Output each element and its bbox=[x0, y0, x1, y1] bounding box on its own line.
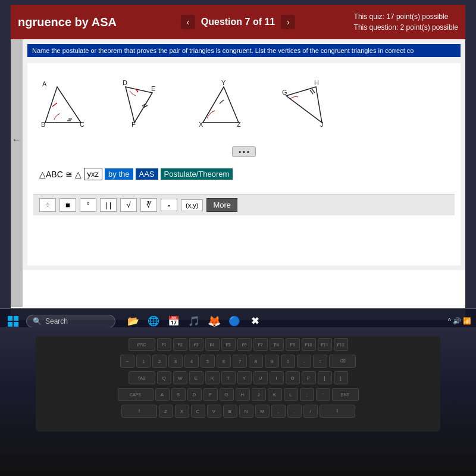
svg-text:B: B bbox=[41, 121, 45, 128]
tray-icons: ^ 🔊 📶 bbox=[448, 317, 471, 325]
key-r[interactable]: R bbox=[205, 371, 220, 384]
theorem-label[interactable]: Postulate/Theorem bbox=[161, 168, 233, 180]
key-f10[interactable]: F10 bbox=[302, 338, 316, 351]
key-t[interactable]: T bbox=[221, 371, 236, 384]
key-c[interactable]: C bbox=[191, 405, 205, 418]
keyboard: ESC F1 F2 F3 F4 F5 F6 F7 F8 F9 F10 F11 F… bbox=[36, 336, 440, 431]
key-d[interactable]: D bbox=[187, 388, 202, 401]
key-x[interactable]: X bbox=[175, 405, 189, 418]
math-btn-subscript[interactable]: ₙ bbox=[161, 199, 177, 211]
triangle-xyz: Y X Z bbox=[194, 78, 259, 134]
key-f8[interactable]: F8 bbox=[270, 338, 284, 351]
key-slash[interactable]: / bbox=[303, 405, 318, 418]
key-f5[interactable]: F5 bbox=[221, 338, 236, 351]
key-s[interactable]: S bbox=[171, 388, 186, 401]
math-btn-degree[interactable]: ° bbox=[80, 198, 96, 212]
key-j[interactable]: J bbox=[252, 388, 266, 401]
search-label: Search bbox=[45, 317, 68, 325]
main-content: A B C bbox=[27, 63, 461, 265]
math-btn-abs[interactable]: | | bbox=[100, 198, 117, 212]
key-comma[interactable]: , bbox=[271, 405, 286, 418]
key-o[interactable]: O bbox=[286, 371, 300, 384]
key-f3[interactable]: F3 bbox=[189, 338, 203, 351]
key-5[interactable]: 5 bbox=[201, 355, 215, 368]
header-bar: ngruence by ASA ‹ Question 7 of 11 › Thi… bbox=[11, 5, 465, 39]
key-9[interactable]: 9 bbox=[265, 355, 279, 368]
key-period[interactable]: . bbox=[287, 405, 302, 418]
key-w[interactable]: W bbox=[173, 371, 187, 384]
key-f[interactable]: F bbox=[203, 388, 218, 401]
key-e[interactable]: E bbox=[189, 371, 203, 384]
key-n[interactable]: N bbox=[239, 405, 253, 418]
key-f9[interactable]: F9 bbox=[286, 338, 300, 351]
key-i[interactable]: I bbox=[270, 371, 284, 384]
key-y[interactable]: Y bbox=[237, 371, 252, 384]
key-k[interactable]: K bbox=[268, 388, 282, 401]
key-1[interactable]: 1 bbox=[136, 355, 151, 368]
key-minus[interactable]: - bbox=[297, 355, 311, 368]
key-shift-right[interactable]: ⇧ bbox=[320, 405, 355, 418]
key-0[interactable]: 0 bbox=[281, 355, 295, 368]
key-f7[interactable]: F7 bbox=[253, 338, 268, 351]
key-lbracket[interactable]: [ bbox=[318, 371, 332, 384]
key-enter[interactable]: ENT bbox=[332, 388, 359, 401]
math-btn-fraction[interactable]: ÷ bbox=[39, 198, 56, 212]
key-b[interactable]: B bbox=[223, 405, 237, 418]
key-3[interactable]: 3 bbox=[168, 355, 183, 368]
key-f1[interactable]: F1 bbox=[157, 338, 171, 351]
key-z[interactable]: Z bbox=[159, 405, 173, 418]
key-tilde[interactable]: ~ bbox=[120, 355, 134, 368]
triangle-ghj: G H J bbox=[277, 78, 337, 134]
key-row-5: ⇧ Z X C V B N M , . / ⇧ bbox=[36, 403, 440, 419]
key-4[interactable]: 4 bbox=[184, 355, 199, 368]
svg-text:D: D bbox=[123, 79, 127, 86]
math-btn-coord[interactable]: (x,y) bbox=[181, 199, 203, 211]
more-button-area: • • • bbox=[33, 146, 455, 157]
math-btn-cbrt[interactable]: ∛ bbox=[140, 198, 157, 212]
key-2[interactable]: 2 bbox=[152, 355, 167, 368]
key-8[interactable]: 8 bbox=[249, 355, 263, 368]
key-f12[interactable]: F12 bbox=[334, 338, 348, 351]
prev-question-button[interactable]: ‹ bbox=[181, 15, 195, 29]
laptop-keyboard: ESC F1 F2 F3 F4 F5 F6 F7 F8 F9 F10 F11 F… bbox=[0, 327, 476, 476]
answer-input-box[interactable]: yxz bbox=[84, 168, 103, 180]
taskbar-search[interactable]: 🔍 Search bbox=[26, 315, 115, 328]
key-shift-left[interactable]: ⇧ bbox=[121, 405, 157, 418]
key-semicolon[interactable]: ; bbox=[300, 388, 314, 401]
postulate-value[interactable]: AAS bbox=[136, 168, 158, 180]
key-q[interactable]: Q bbox=[157, 371, 171, 384]
key-quote[interactable]: ' bbox=[316, 388, 330, 401]
key-6[interactable]: 6 bbox=[217, 355, 231, 368]
key-row-2: ~ 1 2 3 4 5 6 7 8 9 0 - = ⌫ bbox=[36, 353, 440, 369]
back-arrow-icon[interactable]: ← bbox=[12, 134, 21, 145]
key-h[interactable]: H bbox=[236, 388, 250, 401]
key-esc[interactable]: ESC bbox=[129, 338, 155, 351]
key-7[interactable]: 7 bbox=[233, 355, 247, 368]
next-question-button[interactable]: › bbox=[281, 15, 295, 29]
answer-area: △ABC ≅ △ yxz by the AAS Postulate/Theore… bbox=[33, 163, 455, 185]
answer-prefix: △ABC ≅ △ bbox=[39, 170, 82, 179]
key-caps[interactable]: CAPS bbox=[118, 388, 154, 401]
key-p[interactable]: P bbox=[302, 371, 316, 384]
svg-line-15 bbox=[220, 100, 224, 104]
svg-text:J: J bbox=[320, 121, 324, 128]
screen: ngruence by ASA ‹ Question 7 of 11 › Thi… bbox=[11, 5, 465, 320]
math-btn-more[interactable]: More bbox=[206, 198, 237, 212]
key-u[interactable]: U bbox=[253, 371, 268, 384]
key-m[interactable]: M bbox=[255, 405, 270, 418]
key-f2[interactable]: F2 bbox=[173, 338, 187, 351]
key-backspace[interactable]: ⌫ bbox=[329, 355, 356, 368]
key-rbracket[interactable]: ] bbox=[334, 371, 348, 384]
key-tab[interactable]: TAB bbox=[129, 371, 155, 384]
key-equals[interactable]: = bbox=[313, 355, 327, 368]
key-v[interactable]: V bbox=[207, 405, 221, 418]
key-f4[interactable]: F4 bbox=[205, 338, 220, 351]
key-f6[interactable]: F6 bbox=[237, 338, 252, 351]
key-a[interactable]: A bbox=[155, 388, 170, 401]
key-f11[interactable]: F11 bbox=[318, 338, 332, 351]
key-g[interactable]: G bbox=[220, 388, 234, 401]
key-l[interactable]: L bbox=[284, 388, 298, 401]
expand-button[interactable]: • • • bbox=[232, 146, 256, 157]
math-btn-matrix[interactable]: ■ bbox=[60, 198, 76, 212]
math-btn-sqrt[interactable]: √ bbox=[120, 198, 137, 212]
